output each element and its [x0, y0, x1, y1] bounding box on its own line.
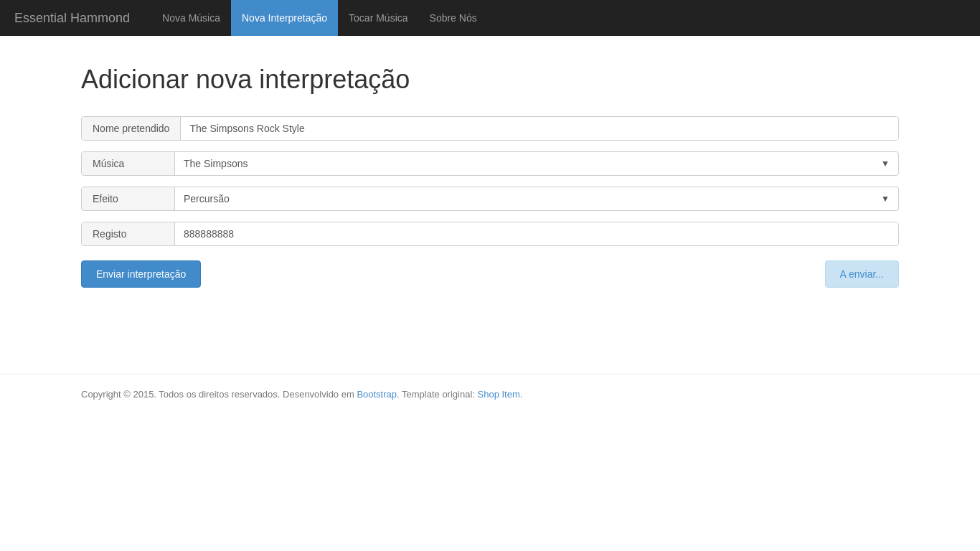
effect-field-group: Efeito Percursão ▼: [81, 187, 899, 211]
button-row: Enviar interpretação A enviar...: [81, 260, 899, 288]
footer: Copyright © 2015. Todos os direitos rese…: [0, 374, 980, 414]
nav-link-tocar-musica[interactable]: Tocar Música: [338, 0, 418, 36]
name-label: Nome pretendido: [82, 117, 181, 140]
name-field-group: Nome pretendido: [81, 116, 899, 141]
nav-item-sobre-nos: Sobre Nós: [419, 0, 488, 36]
nav-item-tocar-musica: Tocar Música: [338, 0, 418, 36]
nav-brand[interactable]: Essential Hammond: [14, 11, 130, 26]
navbar: Essential Hammond Nova Música Nova Inter…: [0, 0, 980, 36]
shopitem-link[interactable]: Shop Item: [478, 389, 520, 400]
name-input[interactable]: [181, 117, 898, 140]
sending-button[interactable]: A enviar...: [825, 260, 899, 288]
nav-link-nova-musica[interactable]: Nova Música: [151, 0, 231, 36]
register-field-group: Registo: [81, 222, 899, 246]
music-select[interactable]: The Simpsons: [175, 152, 898, 175]
effect-select[interactable]: Percursão: [175, 187, 898, 210]
music-field-group: Música The Simpsons ▼: [81, 151, 899, 176]
bootstrap-link[interactable]: Bootstrap: [357, 389, 397, 400]
nav-link-nova-interpretacao[interactable]: Nova Interpretação: [231, 0, 338, 36]
effect-select-wrapper: Percursão ▼: [175, 187, 898, 210]
music-select-wrapper: The Simpsons ▼: [175, 152, 898, 175]
footer-template-text: . Template original:: [397, 389, 478, 400]
register-label: Registo: [82, 222, 175, 245]
nav-link-sobre-nos[interactable]: Sobre Nós: [419, 0, 488, 36]
effect-label: Efeito: [82, 187, 175, 210]
register-input[interactable]: [175, 222, 898, 245]
page-title: Adicionar nova interpretação: [81, 65, 899, 95]
footer-text: Copyright © 2015. Todos os direitos rese…: [81, 389, 357, 400]
music-label: Música: [82, 152, 175, 175]
main-container: Adicionar nova interpretação Nome preten…: [70, 36, 910, 316]
footer-end: .: [520, 389, 523, 400]
nav-links: Nova Música Nova Interpretação Tocar Mús…: [151, 0, 488, 36]
nav-item-nova-interpretacao: Nova Interpretação: [231, 0, 338, 36]
nav-item-nova-musica: Nova Música: [151, 0, 231, 36]
submit-button[interactable]: Enviar interpretação: [81, 260, 201, 288]
